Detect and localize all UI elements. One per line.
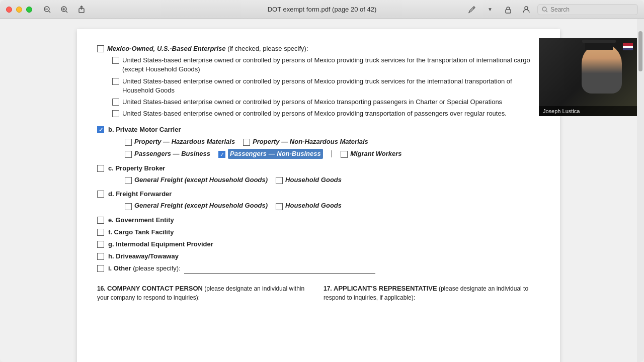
titlebar: DOT exempt form.pdf (page 20 of 42) ▼: [0, 0, 644, 19]
text-cursor: [332, 150, 333, 157]
svg-point-11: [542, 7, 546, 11]
c-general-freight-checkbox[interactable]: [125, 177, 132, 184]
b-passengers-biz-item: Passengers — Business: [125, 149, 210, 158]
mexico-item-3-row: United States-based enterprise owned or …: [112, 98, 540, 107]
mexico-row: Mexico-Owned, U.S.-Based Enterprise (if …: [97, 44, 540, 53]
mexico-checkbox[interactable]: [97, 45, 104, 52]
mexico-item-2-row: United States-based enterprise owned or …: [112, 77, 540, 95]
search-bar[interactable]: [537, 4, 638, 15]
section-i: i. Other (please specify):: [97, 264, 540, 273]
svg-line-6: [66, 11, 67, 13]
d-household-label: Household Goods: [285, 201, 342, 210]
section-e: e. Government Entity: [97, 216, 540, 225]
b-non-hazmat-label: Property — Non-Hazardous Materials: [253, 137, 368, 146]
b-passengers-biz-checkbox[interactable]: [125, 151, 132, 158]
section-17-num: 17.: [324, 285, 332, 292]
section-i-label: i. Other: [108, 264, 131, 272]
d-general-freight-label: General Freight (except Household Goods): [134, 201, 268, 210]
mexico-item-2-checkbox[interactable]: [112, 78, 119, 85]
scrollbar[interactable]: [637, 19, 644, 362]
toolbar-right: ▼: [465, 3, 638, 17]
section-c: c. Property Broker: [97, 164, 540, 173]
section-e-label: e. Government Entity: [108, 216, 174, 225]
section-b: ✓ b. Private Motor Carrier: [97, 125, 540, 134]
b-passengers-nonbiz-label: Passengers — Non-Business: [228, 149, 323, 159]
section-d-label: d. Freight Forwarder: [108, 190, 172, 199]
document-title: DOT exempt form.pdf (page 20 of 42): [268, 6, 377, 13]
pdf-page: Mexico-Owned, U.S.-Based Enterprise (if …: [77, 29, 560, 362]
maximize-button[interactable]: [26, 7, 32, 13]
c-household-checkbox[interactable]: [276, 177, 283, 184]
section-g-label: g. Intermodal Equipment Provider: [108, 240, 213, 249]
mexico-item-2-text: United States-based enterprise owned or …: [122, 77, 540, 95]
pen-icon[interactable]: [465, 3, 479, 17]
b-passengers-nonbiz-item: ✓ Passengers — Non-Business: [218, 149, 323, 159]
section-i-input-line[interactable]: [184, 266, 375, 274]
b-hazmat-checkbox[interactable]: [125, 139, 132, 146]
section-f: f. Cargo Tank Facility: [97, 228, 540, 237]
close-button[interactable]: [6, 7, 12, 13]
app-window: DOT exempt form.pdf (page 20 of 42) ▼: [0, 0, 644, 362]
dropdown-icon[interactable]: ▼: [483, 3, 497, 17]
mexico-item-1-checkbox[interactable]: [112, 57, 119, 64]
b-migrant-label: Migrant Workers: [350, 149, 401, 158]
c-general-freight-item: General Freight (except Household Goods): [125, 175, 268, 185]
section-d-checkbox[interactable]: [97, 191, 104, 198]
section-b-checkbox[interactable]: ✓: [97, 126, 104, 133]
minimize-button[interactable]: [16, 7, 22, 13]
b-non-hazmat-checkbox[interactable]: [243, 139, 250, 146]
mexico-label: Mexico-Owned, U.S.-Based Enterprise: [107, 45, 226, 52]
section-h-label: h. Driveaway/Towaway: [108, 252, 179, 261]
section-h-checkbox[interactable]: [97, 253, 104, 260]
mexico-item-4-row: United States-based enterprise owned or …: [112, 109, 540, 118]
section-c-checkbox[interactable]: [97, 165, 104, 172]
section-e-checkbox[interactable]: [97, 217, 104, 224]
svg-line-8: [473, 8, 474, 9]
section-i-specify: (please specify):: [131, 264, 181, 272]
section-g-checkbox[interactable]: [97, 241, 104, 248]
c-general-freight-label: General Freight (except Household Goods): [134, 175, 268, 185]
search-icon: [542, 7, 548, 13]
section-f-checkbox[interactable]: [97, 229, 104, 236]
mexico-item-1-text: United States-based enterprise owned or …: [122, 56, 540, 74]
section-i-checkbox[interactable]: [97, 265, 104, 272]
b-hazmat-label: Property — Hazardous Materials: [134, 137, 235, 146]
mexico-item-1-row: United States-based enterprise owned or …: [112, 56, 540, 74]
d-general-freight-item: General Freight (except Household Goods): [125, 201, 268, 210]
svg-line-2: [49, 11, 50, 13]
scrollbar-thumb[interactable]: [638, 31, 642, 71]
flag-icon: [623, 43, 633, 50]
share-icon[interactable]: [74, 3, 89, 17]
mexico-item-3-checkbox[interactable]: [112, 99, 119, 106]
section-b-label: b. Private Motor Carrier: [108, 125, 181, 134]
b-migrant-item: Migrant Workers: [341, 149, 401, 158]
section-17: 17. APPLICANT'S REPRESENTATIVE (please d…: [324, 284, 540, 303]
bottom-section: 16. COMPANY CONTACT PERSON (please desig…: [97, 284, 540, 303]
b-passengers-nonbiz-checkbox[interactable]: ✓: [218, 151, 225, 158]
section-g: g. Intermodal Equipment Provider: [97, 240, 540, 249]
svg-line-12: [546, 11, 547, 12]
section-16: 16. COMPANY CONTACT PERSON (please desig…: [97, 284, 313, 303]
webcam-overlay: Joseph Lustica: [539, 38, 637, 116]
b-items-row1: Property — Hazardous Materials Property …: [125, 137, 540, 146]
section-f-label: f. Cargo Tank Facility: [108, 228, 174, 237]
b-items-row2: Passengers — Business ✓ Passengers — Non…: [125, 149, 540, 159]
section-16-num: 16.: [97, 285, 106, 292]
b-migrant-checkbox[interactable]: [341, 151, 348, 158]
search-input[interactable]: [550, 6, 626, 13]
zoom-out-icon[interactable]: [40, 3, 54, 17]
mexico-item-4-checkbox[interactable]: [112, 110, 119, 117]
person-icon[interactable]: [519, 3, 533, 17]
d-household-checkbox[interactable]: [276, 203, 283, 210]
section-c-label: c. Property Broker: [108, 164, 165, 173]
svg-point-10: [525, 7, 528, 10]
zoom-in-icon[interactable]: [57, 3, 71, 17]
lock-icon[interactable]: [501, 3, 515, 17]
c-household-item: Household Goods: [276, 175, 342, 185]
d-general-freight-checkbox[interactable]: [125, 203, 132, 210]
section-h: h. Driveaway/Towaway: [97, 252, 540, 261]
section-16-title: COMPANY CONTACT PERSON: [107, 285, 203, 292]
b-non-hazmat-item: Property — Non-Hazardous Materials: [243, 137, 368, 146]
b-hazmat-item: Property — Hazardous Materials: [125, 137, 235, 146]
mexico-item-4-text: United States-based enterprise owned or …: [122, 109, 507, 118]
